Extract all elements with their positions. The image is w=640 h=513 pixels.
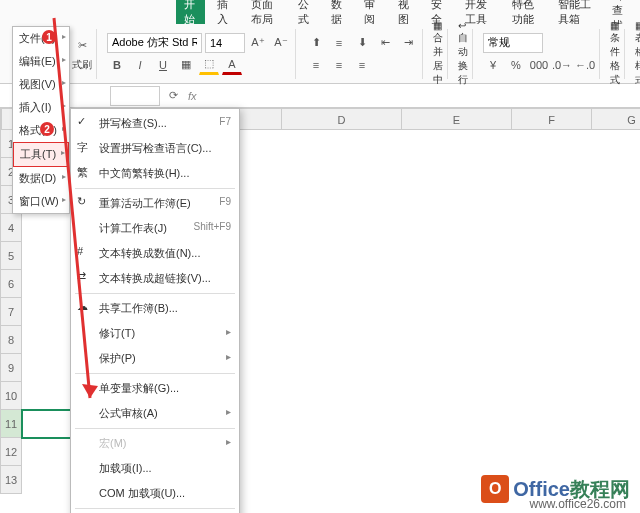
ribbon: ✂ 式刷 A⁺ A⁻ B I U ▦ ⬚ A ⬆ ≡ ⬇ ⇤ ⇥ ≡ ≡ ≡ bbox=[0, 24, 640, 84]
submenu-revision[interactable]: 修订(T)▸ bbox=[71, 321, 239, 346]
lang-icon: 字 bbox=[77, 140, 91, 154]
decrease-font-icon[interactable]: A⁻ bbox=[271, 33, 291, 53]
row-header[interactable]: 6 bbox=[0, 270, 22, 298]
row-header[interactable]: 13 bbox=[0, 466, 22, 494]
submenu-text2num[interactable]: #文本转换成数值(N)... bbox=[71, 241, 239, 266]
font-color-button[interactable]: A bbox=[222, 55, 242, 75]
separator bbox=[75, 188, 235, 189]
col-header[interactable]: D bbox=[282, 108, 402, 130]
font-name-select[interactable] bbox=[107, 33, 202, 53]
col-header[interactable]: F bbox=[512, 108, 592, 130]
submenu-recalc[interactable]: ↻重算活动工作簿(E)F9 bbox=[71, 191, 239, 216]
border-button[interactable]: ▦ bbox=[176, 55, 196, 75]
italic-button[interactable]: I bbox=[130, 55, 150, 75]
row-header[interactable]: 5 bbox=[0, 242, 22, 270]
wrap-text-button[interactable]: ↩自动换行 bbox=[458, 20, 468, 87]
separator bbox=[75, 508, 235, 509]
menu-insert[interactable]: 插入(I)▸ bbox=[13, 96, 69, 119]
zh-icon: 繁 bbox=[77, 165, 91, 179]
submenu-macro: 宏(M)▸ bbox=[71, 431, 239, 456]
indent-right-icon[interactable]: ⇥ bbox=[398, 33, 418, 53]
underline-button[interactable]: U bbox=[153, 55, 173, 75]
format-brush-button[interactable]: 式刷 bbox=[72, 58, 92, 72]
font-size-select[interactable] bbox=[205, 33, 245, 53]
fx-label[interactable]: fx bbox=[182, 90, 203, 102]
number-format-select[interactable] bbox=[483, 33, 543, 53]
indent-left-icon[interactable]: ⇤ bbox=[375, 33, 395, 53]
watermark-url: www.office26.com bbox=[530, 497, 627, 511]
col-header[interactable]: G bbox=[592, 108, 640, 130]
spell-icon: ✓ bbox=[77, 115, 91, 129]
submenu-formula-audit[interactable]: 公式审核(A)▸ bbox=[71, 401, 239, 426]
name-box[interactable] bbox=[110, 86, 160, 106]
submenu-goalseek[interactable]: 单变量求解(G)... bbox=[71, 376, 239, 401]
tools-submenu: ✓拼写检查(S)...F7 字设置拼写检查语言(C)... 繁中文简繁转换(H)… bbox=[70, 108, 240, 513]
table-style-button[interactable]: ▦表格样式 bbox=[635, 20, 640, 87]
submenu-share[interactable]: ☁共享工作簿(B)... bbox=[71, 296, 239, 321]
submenu-addins[interactable]: 加载项(I)... bbox=[71, 456, 239, 481]
row-header[interactable]: 7 bbox=[0, 298, 22, 326]
menu-window[interactable]: 窗口(W)▸ bbox=[13, 190, 69, 213]
bold-button[interactable]: B bbox=[107, 55, 127, 75]
row-header[interactable]: 10 bbox=[0, 382, 22, 410]
increase-font-icon[interactable]: A⁺ bbox=[248, 33, 268, 53]
conditional-format-button[interactable]: ▦条件格式 bbox=[610, 20, 620, 87]
align-top-icon[interactable]: ⬆ bbox=[306, 33, 326, 53]
submenu-com-addins[interactable]: COM 加载项(U)... bbox=[71, 481, 239, 506]
comma-icon[interactable]: 000 bbox=[529, 55, 549, 75]
fill-color-button[interactable]: ⬚ bbox=[199, 55, 219, 75]
align-left-icon[interactable]: ≡ bbox=[306, 55, 326, 75]
separator bbox=[75, 293, 235, 294]
submenu-calc-sheet[interactable]: 计算工作表(J)Shift+F9 bbox=[71, 216, 239, 241]
submenu-zh-convert[interactable]: 繁中文简繁转换(H)... bbox=[71, 161, 239, 186]
formula-bar: ⟳ fx bbox=[0, 84, 640, 108]
submenu-text2link[interactable]: ⇄文本转换成超链接(V)... bbox=[71, 266, 239, 291]
row-header[interactable]: 4 bbox=[0, 214, 22, 242]
quick-access-toolbar: ≡ 文件 ↶ ↷ ▾ 开始 插入 页面布局 公式 数据 审阅 视图 安全 开发工… bbox=[0, 0, 640, 24]
separator bbox=[75, 428, 235, 429]
callout-badge-2: 2 bbox=[40, 122, 54, 136]
row-header[interactable]: 12 bbox=[0, 438, 22, 466]
align-bottom-icon[interactable]: ⬇ bbox=[352, 33, 372, 53]
menu-data[interactable]: 数据(D)▸ bbox=[13, 167, 69, 190]
cut-icon[interactable]: ✂ bbox=[72, 36, 92, 56]
submenu-spellcheck[interactable]: ✓拼写检查(S)...F7 bbox=[71, 111, 239, 136]
menu-tools[interactable]: 工具(T)▸ bbox=[13, 142, 69, 167]
text2link-icon: ⇄ bbox=[77, 270, 91, 284]
share-icon: ☁ bbox=[77, 300, 91, 314]
recalc-icon: ↻ bbox=[77, 195, 91, 209]
menu-view[interactable]: 视图(V)▸ bbox=[13, 73, 69, 96]
office-logo-icon: O bbox=[481, 475, 509, 503]
main-menu-dropdown: 文件(E)▸ 编辑(E)▸ 视图(V)▸ 插入(I)▸ 格式(O)▸ 工具(T)… bbox=[12, 26, 70, 214]
row-header[interactable]: 8 bbox=[0, 326, 22, 354]
menu-file[interactable]: 文件(E)▸ bbox=[13, 27, 69, 50]
merge-center-button[interactable]: ▦合并居中 bbox=[433, 20, 443, 87]
align-center-icon[interactable]: ≡ bbox=[329, 55, 349, 75]
row-header[interactable]: 11 bbox=[0, 410, 22, 438]
svg-line-7 bbox=[618, 0, 621, 1]
currency-icon[interactable]: ¥ bbox=[483, 55, 503, 75]
align-middle-icon[interactable]: ≡ bbox=[329, 33, 349, 53]
callout-badge-1: 1 bbox=[42, 30, 56, 44]
inc-decimal-icon[interactable]: .0→ bbox=[552, 55, 572, 75]
dec-decimal-icon[interactable]: ←.0 bbox=[575, 55, 595, 75]
separator bbox=[75, 373, 235, 374]
row-header[interactable]: 9 bbox=[0, 354, 22, 382]
text2num-icon: # bbox=[77, 245, 91, 259]
col-header[interactable]: E bbox=[402, 108, 512, 130]
cancel-formula-icon[interactable]: ⟳ bbox=[164, 87, 182, 105]
align-right-icon[interactable]: ≡ bbox=[352, 55, 372, 75]
submenu-protect[interactable]: 保护(P)▸ bbox=[71, 346, 239, 371]
percent-icon[interactable]: % bbox=[506, 55, 526, 75]
menu-edit[interactable]: 编辑(E)▸ bbox=[13, 50, 69, 73]
submenu-spell-lang[interactable]: 字设置拼写检查语言(C)... bbox=[71, 136, 239, 161]
